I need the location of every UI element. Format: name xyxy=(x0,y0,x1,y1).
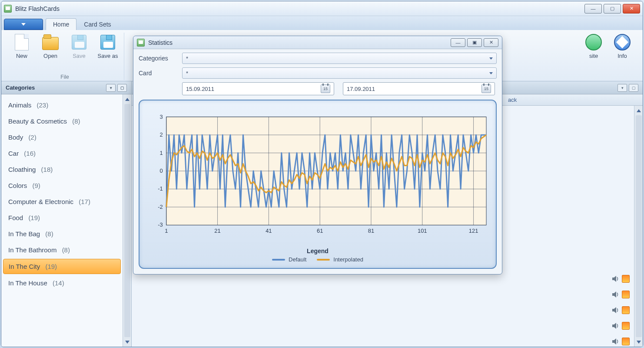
categories-value: * xyxy=(186,55,188,62)
new-button[interactable]: New xyxy=(9,33,34,73)
card-combo[interactable]: * xyxy=(182,67,497,79)
folder-icon xyxy=(42,33,59,51)
scroll-down-icon[interactable] xyxy=(636,339,642,345)
info-button[interactable]: Info xyxy=(610,33,635,73)
ribbon-group-file: New Open Save Save as File xyxy=(6,33,124,80)
col-back[interactable]: ack xyxy=(504,97,591,103)
scroll-up-icon[interactable] xyxy=(124,96,130,102)
open-label: Open xyxy=(43,53,57,59)
svg-text:81: 81 xyxy=(368,228,374,234)
category-item[interactable]: Beauty & Cosmetics (8) xyxy=(1,113,123,129)
chevron-down-icon xyxy=(489,72,493,74)
category-item[interactable]: Computer & Electronic (17) xyxy=(1,194,123,210)
table-row[interactable] xyxy=(132,318,634,334)
app-menu-button[interactable] xyxy=(4,19,43,30)
app-icon xyxy=(4,5,12,13)
date-to-input[interactable]: 17.09.2011 15 xyxy=(343,82,495,95)
flame-icon[interactable] xyxy=(622,291,630,298)
scroll-up-icon[interactable] xyxy=(636,107,642,114)
scroll-track[interactable] xyxy=(636,115,642,337)
speaker-icon[interactable] xyxy=(611,306,620,314)
chevron-down-icon xyxy=(489,57,493,60)
category-item[interactable]: Animals (23) xyxy=(1,97,123,113)
statistics-window[interactable]: Statistics — ▣ ✕ Categories * Card * 15.… xyxy=(133,36,502,274)
category-name: Body xyxy=(8,134,23,141)
categories-list[interactable]: Animals (23)Beauty & Cosmetics (8)Body (… xyxy=(1,94,123,347)
category-count: (19) xyxy=(45,263,57,270)
categories-header: Categories ▾ ▢ xyxy=(1,81,131,94)
category-item[interactable]: Body (2) xyxy=(1,129,123,145)
categories-panel: Categories ▾ ▢ Animals (23)Beauty & Cosm… xyxy=(1,81,132,347)
save-as-button[interactable]: Save as xyxy=(95,33,120,73)
category-count: (8) xyxy=(45,230,53,238)
flame-icon[interactable] xyxy=(622,338,630,345)
category-item[interactable]: In The City (19) xyxy=(3,259,121,274)
svg-text:1: 1 xyxy=(160,150,163,156)
category-count: (16) xyxy=(24,150,36,157)
speaker-icon[interactable] xyxy=(611,275,620,283)
minimize-button[interactable]: — xyxy=(584,4,602,13)
stats-close-button[interactable]: ✕ xyxy=(484,38,498,47)
category-item[interactable]: In The Bag (8) xyxy=(1,226,123,242)
legend-title: Legend xyxy=(145,248,491,254)
speaker-icon[interactable] xyxy=(611,291,620,298)
category-item[interactable]: Food (19) xyxy=(1,210,123,226)
category-count: (9) xyxy=(33,182,40,189)
grid-scrollbar[interactable] xyxy=(634,106,643,347)
category-item[interactable]: Cloathing (18) xyxy=(1,161,123,177)
categories-combo[interactable]: * xyxy=(182,53,497,64)
category-item[interactable]: Car (16) xyxy=(1,145,123,161)
category-name: Computer & Electronic xyxy=(8,198,73,205)
save-button[interactable]: Save xyxy=(66,33,92,73)
svg-text:-2: -2 xyxy=(158,204,163,210)
flame-icon[interactable] xyxy=(622,275,630,283)
panel-collapse-button[interactable]: ▾ xyxy=(106,84,116,92)
table-row[interactable] xyxy=(132,302,634,318)
svg-text:121: 121 xyxy=(469,228,478,234)
svg-text:0: 0 xyxy=(160,167,163,174)
card-value: * xyxy=(186,70,188,77)
category-item[interactable]: In The Bathroom (8) xyxy=(1,242,123,258)
calendar-icon[interactable]: 15 xyxy=(321,84,330,93)
tab-card-sets[interactable]: Card Sets xyxy=(76,18,118,30)
legend-default: Default xyxy=(272,256,306,263)
stats-minimize-button[interactable]: — xyxy=(451,38,465,47)
info-icon xyxy=(614,33,631,51)
category-name: In The Bag xyxy=(8,230,40,238)
maximize-button[interactable]: ▢ xyxy=(604,4,621,13)
date-from-input[interactable]: 15.09.2011 15 xyxy=(182,82,334,95)
tab-home[interactable]: Home xyxy=(46,18,76,30)
scroll-down-icon[interactable] xyxy=(124,339,130,345)
stats-maximize-button[interactable]: ▣ xyxy=(467,38,482,47)
titlebar[interactable]: Blitz FlashCards — ▢ ✕ xyxy=(1,1,643,16)
legend-interp-label: Interpolated xyxy=(333,256,363,263)
panel-close-button[interactable]: ▢ xyxy=(117,84,127,92)
category-count: (14) xyxy=(53,279,64,287)
card-label: Card xyxy=(139,70,182,77)
statistics-titlebar[interactable]: Statistics — ▣ ✕ xyxy=(133,36,502,49)
svg-text:21: 21 xyxy=(214,228,220,234)
date-from-value: 15.09.2011 xyxy=(186,86,214,92)
category-count: (8) xyxy=(62,246,70,254)
table-row[interactable] xyxy=(132,334,634,347)
grid-close-button[interactable]: ▢ xyxy=(629,84,638,92)
categories-label: Categories xyxy=(139,55,182,62)
svg-text:41: 41 xyxy=(266,228,272,234)
speaker-icon[interactable] xyxy=(611,338,620,345)
speaker-icon[interactable] xyxy=(611,322,620,330)
stats-window-controls: — ▣ ✕ xyxy=(451,38,498,47)
scroll-track[interactable] xyxy=(124,104,130,337)
grid-collapse-button[interactable]: ▾ xyxy=(617,84,627,92)
table-row[interactable] xyxy=(132,287,634,302)
open-button[interactable]: Open xyxy=(38,33,63,73)
category-item[interactable]: In The House (14) xyxy=(1,275,123,291)
close-button[interactable]: ✕ xyxy=(623,4,640,13)
flame-icon[interactable] xyxy=(622,306,630,314)
calendar-icon[interactable]: 15 xyxy=(481,84,491,93)
category-item[interactable]: Colors (9) xyxy=(1,177,123,194)
save-as-label: Save as xyxy=(98,53,118,59)
category-count: (23) xyxy=(37,101,49,109)
flame-icon[interactable] xyxy=(622,322,630,330)
categories-scrollbar[interactable] xyxy=(123,94,131,347)
site-button[interactable]: site xyxy=(581,33,606,73)
